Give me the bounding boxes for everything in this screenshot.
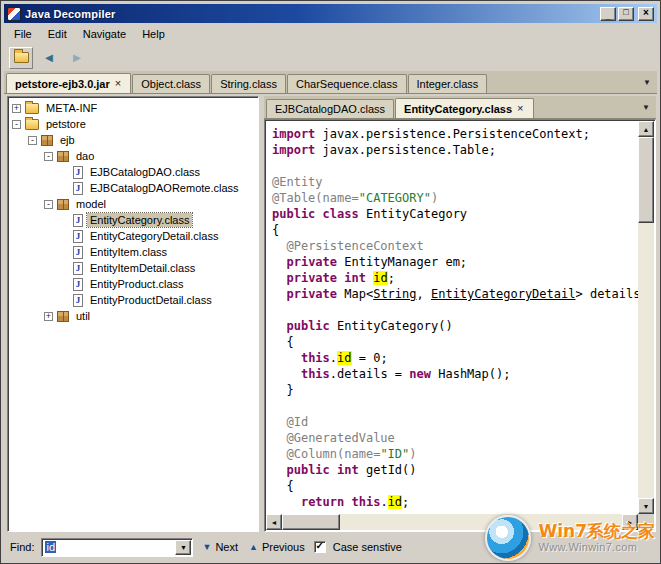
code-tab-bar: EJBCatalogDAO.classEntityCategory.class×…	[264, 96, 656, 119]
code-token	[272, 415, 286, 429]
class-icon: J	[73, 214, 83, 227]
jar-tabs: petstore-ejb3.0.jar×Object.classString.c…	[6, 71, 488, 93]
code-line: this.id = 0;	[272, 350, 638, 366]
code-token: = 0;	[352, 351, 388, 365]
menu-help[interactable]: Help	[134, 25, 173, 43]
search-highlight: id	[337, 351, 351, 365]
code-view[interactable]: import javax.persistence.PersistenceCont…	[266, 121, 638, 514]
tree-item[interactable]: JEntityItemDetail.class	[8, 260, 258, 276]
code-token: this	[352, 495, 381, 509]
jar-tab[interactable]: petstore-ejb3.0.jar×	[6, 73, 131, 93]
code-tab[interactable]: EJBCatalogDAO.class	[266, 99, 394, 118]
jar-tab-overflow-button[interactable]: ▼	[639, 75, 655, 89]
find-input[interactable]: id ▼	[41, 538, 193, 557]
tree-item-label: EntityItem.class	[87, 245, 170, 259]
jar-tab[interactable]: Object.class	[132, 74, 210, 93]
code-token	[315, 207, 322, 221]
code-line: private Map<String, EntityCategoryDetail…	[272, 286, 638, 302]
code-token: public	[272, 207, 315, 221]
code-token	[272, 463, 286, 477]
jar-tab-bar: petstore-ejb3.0.jar×Object.classString.c…	[4, 71, 657, 94]
maximize-button[interactable]: □	[618, 7, 634, 21]
tree-collapse-icon[interactable]: -	[28, 136, 37, 145]
scroll-left-button[interactable]: ◄	[266, 514, 282, 530]
tab-label: EntityCategory.class	[404, 103, 512, 115]
code-token: int	[344, 271, 366, 285]
tab-close-icon[interactable]: ×	[114, 78, 122, 89]
code-tab-overflow-button[interactable]: ▼	[638, 100, 654, 114]
tree-item[interactable]: -model	[8, 196, 258, 212]
tree-item-label: model	[73, 197, 109, 211]
code-token: ;	[388, 271, 395, 285]
tree-collapse-icon[interactable]: -	[12, 120, 21, 129]
chevron-down-icon: ▼	[642, 103, 650, 112]
menu-navigate[interactable]: Navigate	[75, 25, 134, 43]
code-token: this	[301, 367, 330, 381]
tree-item[interactable]: JEntityProductDetail.class	[8, 292, 258, 308]
tree-item[interactable]: JEJBCatalogDAO.class	[8, 164, 258, 180]
tree-item[interactable]: -petstore	[8, 116, 258, 132]
horizontal-scroll-thumb[interactable]	[282, 514, 340, 530]
winwin7-logo-icon	[485, 515, 531, 561]
menu-edit[interactable]: Edit	[40, 25, 75, 43]
tree-item[interactable]: JEntityCategory.class	[8, 212, 258, 228]
minimize-icon: _	[605, 12, 610, 21]
code-token	[272, 367, 301, 381]
vertical-scrollbar[interactable]: ▲ ▼	[638, 121, 654, 514]
code-token	[272, 271, 286, 285]
code-token: "CATEGORY"	[359, 191, 431, 205]
case-sensitive-checkbox[interactable]: ✓	[314, 541, 326, 553]
window-title: Java Decompiler	[25, 8, 596, 20]
find-input-text: id	[42, 540, 175, 555]
code-token: javax.persistence.Table;	[315, 143, 496, 157]
scroll-up-button[interactable]: ▲	[638, 121, 654, 137]
tree-expand-icon[interactable]: +	[44, 312, 53, 321]
minimize-button[interactable]: _	[600, 7, 616, 21]
tree-item[interactable]: JEJBCatalogDAORemote.class	[8, 180, 258, 196]
tree-expand-icon[interactable]: +	[12, 104, 21, 113]
tree-item[interactable]: -dao	[8, 148, 258, 164]
menu-file[interactable]: File	[6, 25, 40, 43]
tree-item-label: EJBCatalogDAO.class	[87, 165, 203, 179]
code-token	[272, 431, 286, 445]
tree-item[interactable]: JEntityCategoryDetail.class	[8, 228, 258, 244]
code-token: import	[272, 143, 315, 157]
tab-label: EJBCatalogDAO.class	[275, 103, 385, 115]
code-line	[272, 302, 638, 318]
folder-icon	[25, 103, 39, 114]
down-arrow-icon: ▼	[643, 503, 650, 510]
toolbar: ◄ ►	[4, 44, 657, 71]
jar-tab[interactable]: String.class	[211, 74, 286, 93]
tree-item[interactable]: JEntityItem.class	[8, 244, 258, 260]
jar-tab[interactable]: Integer.class	[408, 74, 488, 93]
back-button[interactable]: ◄	[37, 47, 61, 69]
code-link[interactable]: String	[373, 287, 416, 301]
code-token: ;	[402, 495, 409, 509]
tree-item[interactable]: -ejb	[8, 132, 258, 148]
tree-item[interactable]: +META-INF	[8, 100, 258, 116]
find-next-button[interactable]: ▼ Next	[200, 540, 240, 554]
code-tab[interactable]: EntityCategory.class×	[395, 98, 533, 118]
code-token: @Id	[286, 415, 308, 429]
open-folder-icon	[14, 52, 29, 63]
tree-collapse-icon[interactable]: -	[44, 200, 53, 209]
code-token: Map<	[337, 287, 373, 301]
find-previous-button[interactable]: ▲ Previous	[247, 540, 307, 554]
vertical-scroll-thumb[interactable]	[638, 137, 654, 223]
close-button[interactable]: ×	[638, 7, 654, 21]
code-link[interactable]: EntityCategoryDetail	[431, 287, 576, 301]
watermark-text: Win7系统之家 Www.Winwin7.com	[538, 522, 655, 554]
tree-collapse-icon[interactable]: -	[44, 152, 53, 161]
forward-button[interactable]: ►	[65, 47, 89, 69]
tab-close-icon[interactable]: ×	[516, 103, 524, 114]
find-dropdown-button[interactable]: ▼	[175, 540, 191, 555]
code-token	[272, 447, 286, 461]
code-token: @Entity	[272, 175, 323, 189]
tree-item-label: EntityCategory.class	[87, 213, 192, 227]
tree-item[interactable]: JEntityProduct.class	[8, 276, 258, 292]
scroll-down-button[interactable]: ▼	[638, 498, 654, 514]
tree-item[interactable]: +util	[8, 308, 258, 324]
code-line: @Table(name="CATEGORY")	[272, 190, 638, 206]
jar-tab[interactable]: CharSequence.class	[287, 74, 407, 93]
open-file-button[interactable]	[9, 47, 33, 69]
